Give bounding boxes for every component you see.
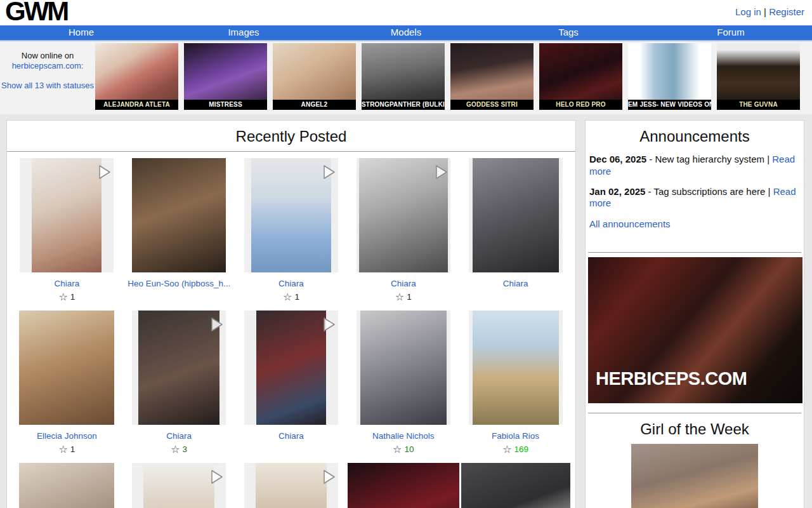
login-link[interactable]: Log in <box>735 6 761 17</box>
model-name-label: EM JESS- NEW VIDEOS ON <box>628 100 711 110</box>
star-count: 1 <box>294 292 299 302</box>
post-thumbnail[interactable] <box>469 158 563 272</box>
model-name-label: STRONGPANTHER (BULKIN <box>362 100 445 110</box>
model-name-label: ALEJANDRA ATLETA <box>95 100 178 110</box>
star-icon: ☆ <box>393 444 402 455</box>
online-model-thumb[interactable]: GODDESS SITRI <box>450 43 534 110</box>
online-model-thumb[interactable]: MISTRESS <box>184 43 267 110</box>
star-icon: ☆ <box>395 291 404 302</box>
post-thumbnail[interactable] <box>132 158 226 272</box>
play-icon <box>321 468 336 486</box>
post-card: Chiara ☆1 <box>11 158 123 303</box>
model-link[interactable]: Chiara <box>503 279 528 288</box>
sidebar: Announcements Dec 06, 2025 - New tag hie… <box>585 120 804 508</box>
star-icon: ☆ <box>502 444 511 455</box>
star-icon: ☆ <box>58 444 67 455</box>
post-thumbnail[interactable] <box>132 463 226 508</box>
nav-forum[interactable]: Forum <box>650 25 812 40</box>
post-thumbnail[interactable] <box>357 311 450 425</box>
post-card: Chiara <box>235 311 348 455</box>
girl-of-week-photo[interactable] <box>631 444 758 508</box>
post-photo <box>473 311 559 425</box>
herbiceps-ad-banner[interactable]: HERBICEPS.COM <box>588 257 802 403</box>
show-all-statuses-link[interactable]: Show all 13 with statuses <box>1 81 94 90</box>
post-thumbnail[interactable] <box>348 463 459 508</box>
online-model-thumb[interactable]: ALEJANDRA ATLETA <box>95 43 178 110</box>
post-card <box>347 463 459 508</box>
posts-grid: Chiara ☆1 Heo Eun-Soo (hipboss_h... Chia… <box>7 152 575 508</box>
nav-tags[interactable]: Tags <box>487 25 650 40</box>
online-model-thumb[interactable]: EM JESS- NEW VIDEOS ON <box>628 43 711 110</box>
online-strip-info: Now online on herbicepscam.com: Show all… <box>0 43 95 114</box>
online-model-thumb[interactable]: ANGEL2 <box>273 43 356 110</box>
post-photo <box>256 463 327 508</box>
post-photo <box>32 158 102 272</box>
model-name-label: MISTRESS <box>184 100 267 110</box>
post-photo <box>138 311 219 425</box>
post-thumbnail[interactable] <box>244 311 338 425</box>
announcement-text: - Tag subscriptions are here | <box>645 186 773 197</box>
model-link[interactable]: Fabiola Rios <box>492 431 539 441</box>
post-thumbnail[interactable] <box>469 311 563 425</box>
model-name-label: THE GUVNA <box>717 100 800 110</box>
post-card <box>459 463 572 508</box>
star-rating: ☆1 <box>347 291 459 303</box>
nav-home[interactable]: Home <box>0 25 162 40</box>
post-card: Nathalie Nichols ☆10 <box>347 311 459 455</box>
post-thumbnail[interactable] <box>461 463 570 508</box>
star-rating: ☆1 <box>11 291 123 303</box>
star-count: 1 <box>70 444 75 454</box>
star-count: 1 <box>70 292 75 302</box>
herbicepscam-link[interactable]: herbicepscam.com: <box>12 61 84 70</box>
post-photo <box>19 463 114 508</box>
star-rating: ☆169 <box>459 443 572 455</box>
nav-models[interactable]: Models <box>325 25 487 40</box>
post-photo <box>461 463 570 508</box>
model-link[interactable]: Chiara <box>278 279 304 288</box>
post-card: Chiara <box>459 158 572 303</box>
post-photo <box>251 158 331 272</box>
post-card: Fabiola Rios ☆169 <box>459 311 572 455</box>
nav-images[interactable]: Images <box>162 25 325 40</box>
post-card <box>123 463 235 508</box>
play-icon <box>96 163 112 181</box>
play-icon <box>209 468 224 486</box>
announcement-date: Dec 06, 2025 <box>589 154 646 164</box>
post-card: Chiara ☆3 <box>123 311 235 455</box>
online-model-thumb[interactable]: HELO RED PRO <box>539 43 622 110</box>
star-rating: ☆1 <box>11 443 123 455</box>
model-name-label: ANGEL2 <box>273 100 356 110</box>
star-rating: ☆10 <box>347 443 459 455</box>
post-photo <box>132 158 226 272</box>
register-link[interactable]: Register <box>769 6 804 17</box>
model-link[interactable]: Chiara <box>166 431 192 441</box>
post-thumbnail[interactable] <box>244 158 338 272</box>
post-thumbnail[interactable] <box>19 311 114 425</box>
announcements-title: Announcements <box>588 128 801 145</box>
content-area: Recently Posted Chiara ☆1 Heo Eun-Soo (h… <box>6 120 806 508</box>
post-thumbnail[interactable] <box>132 311 226 425</box>
post-thumbnail[interactable] <box>244 463 338 508</box>
online-model-thumb[interactable]: STRONGPANTHER (BULKIN <box>362 43 445 110</box>
play-icon <box>433 163 449 181</box>
post-thumbnail[interactable] <box>20 158 114 272</box>
star-rating: ☆1 <box>235 291 348 303</box>
post-thumbnail[interactable] <box>19 463 114 508</box>
model-link[interactable]: Chiara <box>55 279 80 288</box>
model-link[interactable]: Chiara <box>278 431 304 441</box>
star-icon: ☆ <box>283 291 292 302</box>
post-thumbnail[interactable] <box>357 158 450 272</box>
star-count: 3 <box>183 444 188 454</box>
post-photo <box>143 463 214 508</box>
model-link[interactable]: Heo Eun-Soo (hipboss_h... <box>128 279 230 288</box>
model-link[interactable]: Chiara <box>391 279 416 288</box>
online-model-thumb[interactable]: THE GUVNA <box>717 43 800 110</box>
model-link[interactable]: Ellecia Johnson <box>37 431 97 441</box>
site-logo[interactable]: GWM <box>5 0 67 27</box>
recently-posted-panel: Recently Posted Chiara ☆1 Heo Eun-Soo (h… <box>6 120 576 508</box>
all-announcements-link[interactable]: All announcements <box>589 218 671 229</box>
post-card <box>235 463 348 508</box>
model-link[interactable]: Nathalie Nichols <box>372 431 435 441</box>
post-card: Ellecia Johnson ☆1 <box>11 311 123 455</box>
play-icon <box>321 316 336 333</box>
